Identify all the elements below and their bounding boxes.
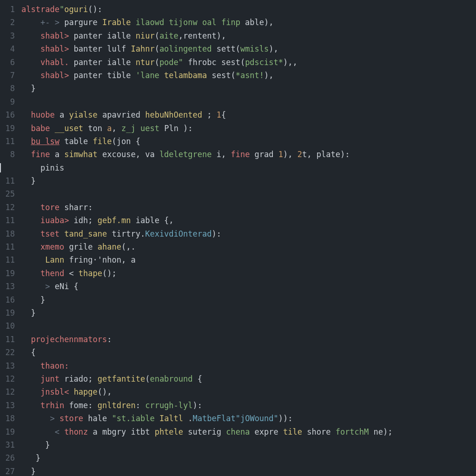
code-token: ; (202, 110, 217, 119)
code-area[interactable]: alstrade"oguri(): +- > pargure Irable il… (21, 3, 476, 476)
code-token: sest( (207, 71, 235, 80)
code-token: ), (283, 150, 298, 159)
code-token: "st.iable (112, 414, 155, 423)
line-number: 11 (0, 174, 15, 187)
line-number: 4 (0, 42, 15, 55)
code-token: yialse (69, 110, 97, 119)
code-token: < (55, 427, 60, 436)
code-token: Ialtl (159, 414, 183, 423)
code-line[interactable]: pinis (21, 161, 476, 174)
code-token: fine (31, 150, 50, 159)
code-line[interactable]: vhabl. panter ialle ntur(pode" fhrobc se… (21, 56, 476, 69)
code-token: niur (136, 31, 155, 40)
code-editor[interactable]: 1234678916191181125121118111119131619101… (0, 0, 476, 476)
code-line[interactable]: alstrade"oguri(): (21, 3, 476, 16)
code-line[interactable]: thaon: (21, 359, 476, 372)
code-line[interactable]: fine a simwhat excouse, va ldeletgrene i… (21, 148, 476, 161)
code-line[interactable] (21, 319, 476, 332)
code-line[interactable]: } (21, 438, 476, 451)
code-token: riado; (60, 374, 98, 383)
line-number: 18 (0, 412, 15, 425)
code-token (21, 150, 31, 159)
code-token (60, 427, 64, 436)
code-line[interactable]: } (21, 306, 476, 319)
code-line[interactable]: +- > pargure Irable ilaowd tijonw oal fi… (21, 16, 476, 29)
code-token: fring·'nhon, a (64, 255, 136, 264)
code-token: hapge (74, 387, 98, 397)
code-line[interactable]: projechennmators: (21, 333, 476, 346)
code-token: file (93, 137, 112, 146)
line-number: 8 (0, 82, 15, 95)
code-line[interactable]: iuaba> idh; gebf.mn iable {, (21, 214, 476, 227)
code-line[interactable]: trhin fome: gnltdren: crrugh-lyl): (21, 399, 476, 412)
code-line[interactable]: tore sharr: (21, 201, 476, 214)
code-token: fortchM (336, 427, 369, 436)
code-token: { (221, 110, 226, 119)
code-token: able), (240, 18, 274, 27)
code-line[interactable]: } (21, 82, 476, 95)
code-line[interactable]: tset tand_sane tirtry.KexivdiOnterad): (21, 227, 476, 240)
line-number: 18 (0, 227, 15, 240)
code-token: 'lane (136, 71, 159, 80)
code-line[interactable]: junt riado; getfantite(enabround { (21, 372, 476, 385)
code-token: MatbeFlat"jOWound" (193, 414, 278, 423)
code-token: : (136, 401, 145, 410)
code-token: ( (155, 44, 159, 53)
code-line[interactable]: shabl> panter ialle niur(aite,rentent), (21, 29, 476, 42)
code-token (21, 137, 31, 146)
code-token: xmemo (40, 242, 64, 251)
code-token: 1 (217, 110, 221, 119)
code-token: projechennmators (31, 335, 107, 344)
code-line[interactable]: bu lsw table file(jon { (21, 135, 476, 148)
code-token: ( (155, 31, 159, 40)
code-token: huobe (31, 110, 54, 119)
code-token: i, (212, 150, 231, 159)
code-line[interactable]: } (21, 465, 476, 476)
code-line[interactable]: jnsbl< hapge(), (21, 385, 476, 398)
code-token: a (55, 110, 69, 119)
code-token: ( (155, 58, 159, 67)
code-token: shabl> (40, 44, 69, 53)
code-token: shabl> (40, 71, 69, 80)
code-line[interactable]: > eNi { (21, 280, 476, 293)
code-token: shabl> (40, 31, 69, 40)
line-number: 19 (0, 306, 15, 319)
line-number: 19 (0, 267, 15, 280)
code-line[interactable]: } (21, 293, 476, 306)
code-token (21, 110, 31, 119)
code-line[interactable]: shabl> panter tible 'lane telambama sest… (21, 69, 476, 82)
code-token: 2 (298, 150, 302, 159)
code-token (159, 71, 164, 80)
code-line[interactable] (21, 187, 476, 200)
line-number: 25 (0, 187, 15, 200)
code-token (21, 269, 40, 278)
code-line[interactable]: > store hale "st.iable Ialtl .MatbeFlat"… (21, 412, 476, 425)
code-line[interactable]: } (21, 174, 476, 187)
code-line[interactable]: < thonz a mbgry itbt phtele suterig chen… (21, 425, 476, 438)
code-token: trhin (40, 401, 64, 410)
code-line[interactable] (21, 95, 476, 108)
code-token: wmisls (240, 44, 269, 53)
code-token: babe (31, 124, 50, 133)
line-number: 11 (0, 333, 15, 346)
code-token (21, 387, 40, 397)
code-line[interactable]: huobe a yialse apavried hebuNhOented ; 1… (21, 108, 476, 121)
code-token (131, 18, 135, 27)
code-line[interactable]: shabl> banter lulf Iahnr(aolingented set… (21, 42, 476, 55)
code-token: " (60, 5, 64, 14)
code-token: z_j uest (121, 124, 159, 133)
code-token: alstrade (21, 5, 60, 14)
code-line[interactable]: thend < thape(); (21, 267, 476, 280)
code-token: a (50, 150, 64, 159)
code-line[interactable]: { (21, 346, 476, 359)
code-line[interactable]: xmemo grile ahane(,. (21, 240, 476, 253)
code-token: (,. (121, 242, 136, 251)
code-token: enabround (150, 374, 192, 383)
code-token: fine (231, 150, 250, 159)
code-token: grile (64, 242, 98, 251)
code-token: apavried (98, 110, 145, 119)
code-line[interactable]: } (21, 451, 476, 464)
code-line[interactable]: babe __uset ton a, z_j uest Pln ): (21, 122, 476, 135)
code-line[interactable]: Lann fring·'nhon, a (21, 253, 476, 266)
code-token: excouse, va (98, 150, 159, 159)
